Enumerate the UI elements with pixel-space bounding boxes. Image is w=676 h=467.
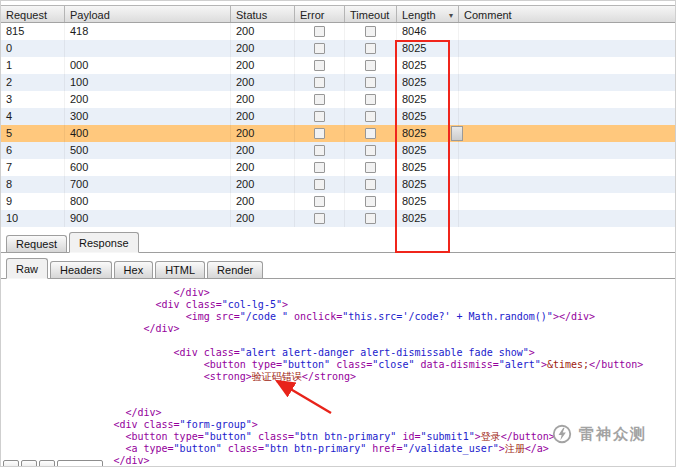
request-cell: 3 [1,91,65,108]
timeout-checkbox [365,111,376,122]
timeout-cell [345,91,397,108]
timeout-checkbox [365,196,376,207]
table-row[interactable]: 02008025 [1,40,675,57]
intruder-results-table: RequestPayloadStatusErrorTimeoutLength▾C… [1,5,675,227]
payload-cell: 800 [65,193,231,210]
table-row[interactable]: 8154182008046 [1,23,675,40]
error-cell [295,23,345,40]
status-cell: 200 [231,40,295,57]
timeout-cell [345,40,397,57]
table-row[interactable]: 76002008025 [1,159,675,176]
request-cell: 10 [1,210,65,227]
tab-response[interactable]: Response [69,232,139,253]
status-cell: 200 [231,193,295,210]
view-tab-raw[interactable]: Raw [6,258,48,279]
comment-cell [459,108,675,125]
request-cell: 4 [1,108,65,125]
timeout-cell [345,108,397,125]
burp-intruder-results-window: { "table": { "columns": [ {"label": "Req… [0,0,676,467]
table-row[interactable]: 43002008025 [1,108,675,125]
status-bar-button[interactable] [39,460,55,467]
request-cell: 815 [1,23,65,40]
error-checkbox [314,179,325,190]
column-header-request[interactable]: Request [1,6,65,22]
length-cell: 8025 [397,210,459,227]
watermark: 雷神众测 [551,423,647,445]
length-cell: 8025 [397,159,459,176]
request-cell: 5 [1,125,65,142]
payload-cell: 600 [65,159,231,176]
timeout-cell [345,142,397,159]
table-row[interactable]: 98002008025 [1,193,675,210]
length-cell: 8025 [397,193,459,210]
editor-main-tabs: RequestResponse [1,232,675,253]
code-line: <div class="alert alert-danger alert-dis… [5,347,675,359]
comment-cell [459,142,675,159]
request-cell: 9 [1,193,65,210]
view-tab-hex[interactable]: Hex [114,261,154,278]
error-cell [295,91,345,108]
watermark-text: 雷神众测 [579,425,647,444]
status-cell: 200 [231,23,295,40]
code-line: <div class="col-lg-5"> [5,299,675,311]
length-cell: 8025 [397,91,459,108]
payload-cell: 200 [65,91,231,108]
error-cell [295,142,345,159]
table-row[interactable]: 32002008025 [1,91,675,108]
timeout-cell [345,23,397,40]
column-header-payload[interactable]: Payload [65,6,231,22]
timeout-checkbox [365,26,376,37]
watermark-logo-icon [551,423,573,445]
error-checkbox [314,213,325,224]
status-bar-button[interactable] [21,460,37,467]
status-cell: 200 [231,125,295,142]
error-cell [295,74,345,91]
comment-cell [459,40,675,57]
code-line: <img src="/code " onclick="this.src='/co… [5,311,675,323]
payload-cell: 100 [65,74,231,91]
length-cell: 8025 [397,125,459,142]
table-row[interactable]: 10002008025 [1,57,675,74]
table-row[interactable]: 87002008025 [1,176,675,193]
request-cell: 8 [1,176,65,193]
table-row[interactable]: 65002008025 [1,142,675,159]
payload-cell: 300 [65,108,231,125]
results-table-body: 8154182008046020080251000200802521002008… [1,23,675,227]
table-row[interactable]: 109002008025 [1,210,675,227]
scrollbar-thumb[interactable] [451,126,463,141]
length-cell: 8025 [397,142,459,159]
column-header-error[interactable]: Error [295,6,345,22]
length-cell: 8025 [397,40,459,57]
comment-cell [459,193,675,210]
tab-request[interactable]: Request [6,235,67,252]
status-bar-field[interactable] [57,460,103,467]
comment-cell [459,125,675,142]
view-tab-html[interactable]: HTML [155,261,205,278]
error-cell [295,57,345,74]
sort-indicator-icon: ▾ [449,11,453,20]
error-checkbox [314,43,325,54]
payload-cell: 900 [65,210,231,227]
view-tab-headers[interactable]: Headers [50,261,112,278]
error-checkbox [314,111,325,122]
code-line: </div> [5,287,675,299]
error-cell [295,193,345,210]
timeout-checkbox [365,162,376,173]
timeout-checkbox [365,128,376,139]
view-tab-render[interactable]: Render [207,261,263,278]
timeout-checkbox [365,145,376,156]
length-cell: 8025 [397,74,459,91]
error-cell [295,125,345,142]
error-checkbox [314,162,325,173]
error-checkbox [314,60,325,71]
timeout-cell [345,74,397,91]
table-row[interactable]: 54002008025 [1,125,675,142]
column-header-status[interactable]: Status [231,6,295,22]
column-header-comment[interactable]: Comment [459,6,675,22]
table-row[interactable]: 21002008025 [1,74,675,91]
status-bar-button[interactable] [3,460,19,467]
error-checkbox [314,145,325,156]
request-cell: 7 [1,159,65,176]
column-header-timeout[interactable]: Timeout [345,6,397,22]
column-header-length[interactable]: Length▾ [397,6,459,22]
